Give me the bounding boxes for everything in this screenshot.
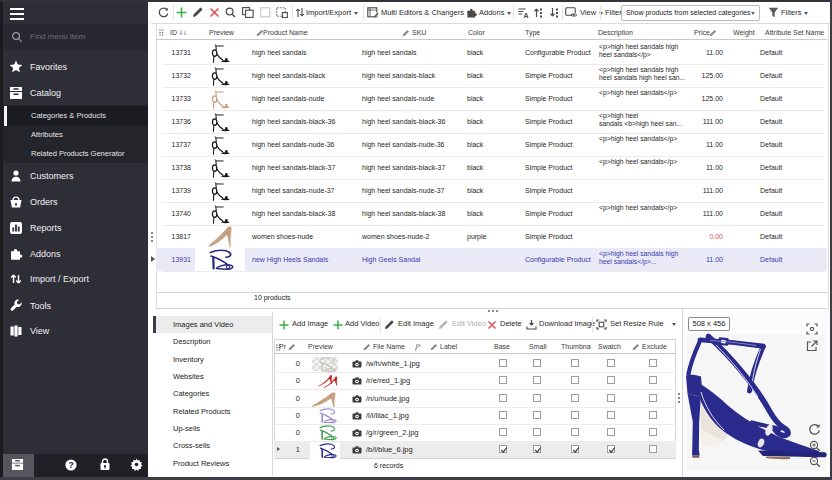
svg-text:?: ? <box>68 460 73 470</box>
svg-text:A: A <box>524 12 529 18</box>
